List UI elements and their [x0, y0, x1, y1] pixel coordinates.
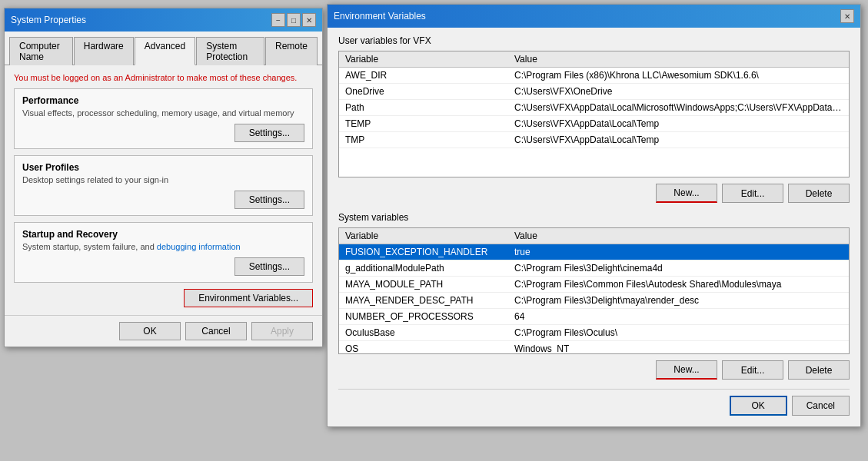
close-button[interactable]: ✕: [302, 13, 316, 27]
value-cell: C:\Users\VFX\AppData\Local\Temp: [508, 132, 849, 148]
tab-system-protection[interactable]: System Protection: [196, 37, 264, 65]
environment-variables-window: Environment Variables ✕ User variables f…: [327, 4, 861, 427]
value-cell: C:\Users\VFX\AppData\Local\Temp: [508, 116, 849, 132]
environment-variables-button[interactable]: Environment Variables...: [184, 289, 313, 307]
variable-cell: TMP: [339, 132, 508, 148]
variable-cell: g_additionalModulePath: [339, 260, 508, 277]
value-cell: C:\Program Files (x86)\Khrona LLC\Awesom…: [508, 68, 849, 84]
sys-edit-button[interactable]: Edit...: [722, 360, 783, 380]
sys-vars-table: Variable Value FUSION_EXCEPTION_HANDLERt…: [339, 228, 849, 354]
table-row[interactable]: g_additionalModulePathC:\Program Files\3…: [339, 260, 849, 277]
system-props-titlebar: System Properties − □ ✕: [5, 8, 322, 32]
env-vars-bottom-buttons: OK Cancel: [338, 389, 850, 419]
tab-computer-name[interactable]: Computer Name: [9, 37, 73, 65]
variable-cell: OneDrive: [339, 84, 508, 100]
system-properties-window: System Properties − □ ✕ Computer Name Ha…: [4, 8, 323, 347]
table-row[interactable]: MAYA_MODULE_PATHC:\Program Files\Common …: [339, 277, 849, 293]
value-cell: C:\Program Files\3Delight\maya\render_de…: [508, 293, 849, 309]
table-row[interactable]: FUSION_EXCEPTION_HANDLERtrue: [339, 244, 849, 260]
startup-recovery-settings-button[interactable]: Settings...: [234, 257, 304, 276]
performance-section: Performance Visual effects, processor sc…: [14, 88, 313, 149]
ok-button[interactable]: OK: [119, 322, 181, 340]
user-vars-label: User variables for VFX: [338, 35, 850, 46]
table-row[interactable]: TEMPC:\Users\VFX\AppData\Local\Temp: [339, 116, 849, 132]
variable-cell: Path: [339, 100, 508, 116]
env-cancel-button[interactable]: Cancel: [792, 396, 850, 416]
variable-cell: AWE_DIR: [339, 68, 508, 84]
system-props-content: You must be logged on as an Administrato…: [5, 65, 322, 315]
table-row[interactable]: NUMBER_OF_PROCESSORS64: [339, 309, 849, 325]
performance-title: Performance: [22, 95, 304, 106]
sys-delete-button[interactable]: Delete: [788, 360, 850, 380]
user-profiles-btn-container: Settings...: [22, 191, 304, 209]
env-ok-button[interactable]: OK: [730, 396, 787, 416]
value-cell: C:\Program Files\3Delight\cinema4d: [508, 260, 849, 277]
performance-btn-container: Settings...: [22, 124, 304, 142]
startup-recovery-desc: System startup, system failure, and debu…: [22, 242, 304, 251]
env-vars-titlebar: Environment Variables ✕: [328, 5, 860, 28]
value-cell: 64: [508, 309, 849, 325]
system-props-title: System Properties: [11, 15, 86, 25]
table-row[interactable]: MAYA_RENDER_DESC_PATHC:\Program Files\3D…: [339, 293, 849, 309]
tabs-container: Computer Name Hardware Advanced System P…: [5, 32, 322, 65]
sys-vars-table-container[interactable]: Variable Value FUSION_EXCEPTION_HANDLERt…: [338, 227, 850, 354]
performance-settings-button[interactable]: Settings...: [234, 124, 304, 142]
startup-recovery-title: Startup and Recovery: [22, 229, 304, 240]
variable-cell: TEMP: [339, 116, 508, 132]
sys-vars-label: System variables: [338, 212, 850, 223]
value-cell: Windows_NT: [508, 341, 849, 355]
user-edit-button[interactable]: Edit...: [722, 184, 783, 203]
value-cell: C:\Users\VFX\OneDrive: [508, 84, 849, 100]
sys-vars-col-variable: Variable: [339, 228, 508, 244]
sys-new-button[interactable]: New...: [656, 360, 717, 380]
user-profiles-desc: Desktop settings related to your sign-in: [22, 175, 304, 184]
startup-recovery-desc-text: System startup, system failure, and: [22, 242, 157, 251]
variable-cell: MAYA_MODULE_PATH: [339, 277, 508, 293]
value-cell: C:\Users\VFX\AppData\Local\Microsoft\Win…: [508, 100, 849, 116]
tab-advanced[interactable]: Advanced: [135, 37, 195, 65]
minimize-button[interactable]: −: [271, 13, 285, 27]
performance-desc: Visual effects, processor scheduling, me…: [22, 108, 304, 118]
variable-cell: MAYA_RENDER_DESC_PATH: [339, 293, 508, 309]
table-row[interactable]: OSWindows_NT: [339, 341, 849, 355]
tab-hardware[interactable]: Hardware: [74, 37, 134, 65]
user-new-button[interactable]: New...: [656, 184, 717, 203]
startup-recovery-section: Startup and Recovery System startup, sys…: [14, 222, 313, 283]
admin-warning: You must be logged on as an Administrato…: [14, 73, 313, 82]
user-vars-tbody: AWE_DIRC:\Program Files (x86)\Khrona LLC…: [339, 68, 849, 148]
system-props-bottom-buttons: OK Cancel Apply: [5, 315, 322, 347]
user-delete-button[interactable]: Delete: [788, 184, 850, 203]
title-bar-buttons: − □ ✕: [271, 13, 316, 27]
variable-cell: OS: [339, 341, 508, 355]
sys-vars-col-value: Value: [508, 228, 849, 244]
env-vars-content: User variables for VFX Variable Value AW…: [328, 28, 860, 426]
sys-vars-buttons: New... Edit... Delete: [338, 360, 850, 380]
user-vars-col-variable: Variable: [339, 51, 508, 68]
env-title-bar-buttons: ✕: [840, 9, 854, 23]
table-row[interactable]: OculusBaseC:\Program Files\Oculus\: [339, 325, 849, 341]
table-row[interactable]: PathC:\Users\VFX\AppData\Local\Microsoft…: [339, 100, 849, 116]
tab-remote[interactable]: Remote: [265, 37, 318, 65]
user-profiles-section: User Profiles Desktop settings related t…: [14, 155, 313, 216]
startup-recovery-btn-container: Settings...: [22, 257, 304, 276]
value-cell: true: [508, 244, 849, 260]
sys-vars-tbody: FUSION_EXCEPTION_HANDLERtrueg_additional…: [339, 244, 849, 355]
env-close-button[interactable]: ✕: [840, 9, 854, 23]
startup-recovery-link: debugging information: [157, 242, 241, 251]
maximize-button[interactable]: □: [287, 13, 301, 27]
value-cell: C:\Program Files\Oculus\: [508, 325, 849, 341]
apply-button[interactable]: Apply: [251, 322, 313, 340]
table-row[interactable]: OneDriveC:\Users\VFX\OneDrive: [339, 84, 849, 100]
variable-cell: OculusBase: [339, 325, 508, 341]
user-profiles-settings-button[interactable]: Settings...: [234, 191, 304, 209]
table-row[interactable]: TMPC:\Users\VFX\AppData\Local\Temp: [339, 132, 849, 148]
user-vars-table: Variable Value AWE_DIRC:\Program Files (…: [339, 51, 849, 148]
value-cell: C:\Program Files\Common Files\Autodesk S…: [508, 277, 849, 293]
cancel-button[interactable]: Cancel: [185, 322, 247, 340]
performance-desc-text: Visual effects, processor scheduling, me…: [22, 108, 294, 118]
env-vars-title: Environment Variables: [334, 11, 426, 22]
user-vars-table-container[interactable]: Variable Value AWE_DIRC:\Program Files (…: [338, 51, 850, 177]
variable-cell: NUMBER_OF_PROCESSORS: [339, 309, 508, 325]
user-vars-buttons: New... Edit... Delete: [338, 184, 850, 203]
table-row[interactable]: AWE_DIRC:\Program Files (x86)\Khrona LLC…: [339, 68, 849, 84]
